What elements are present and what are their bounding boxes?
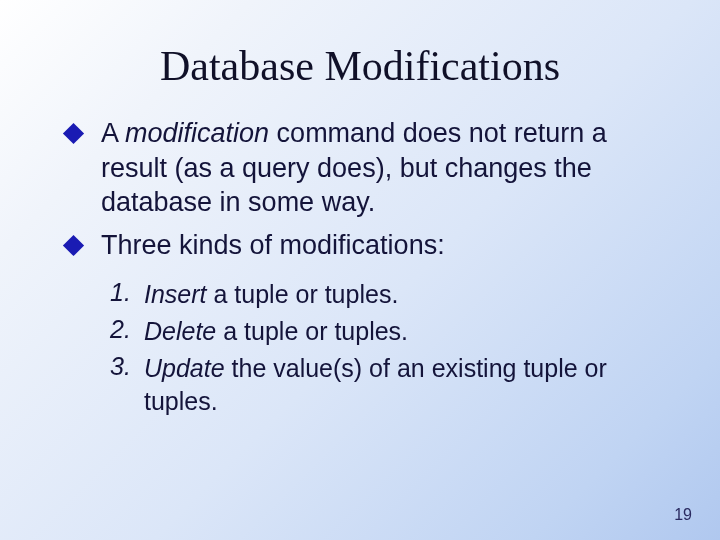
- list-number: 1.: [110, 278, 144, 307]
- list-text: Delete a tuple or tuples.: [144, 315, 408, 348]
- slide-body: A modification command does not return a…: [0, 116, 720, 418]
- list-text: Insert a tuple or tuples.: [144, 278, 398, 311]
- list-item: 2. Delete a tuple or tuples.: [110, 315, 664, 348]
- list-em: Delete: [144, 317, 223, 345]
- numbered-list: 1. Insert a tuple or tuples. 2. Delete a…: [66, 270, 664, 418]
- list-rest: a tuple or tuples.: [213, 280, 398, 308]
- bullet-item: Three kinds of modifications:: [66, 228, 664, 263]
- bullet-text: A modification command does not return a…: [101, 116, 664, 220]
- diamond-bullet-icon: [63, 123, 84, 144]
- list-em: Update: [144, 354, 232, 382]
- bullet-pre: A: [101, 118, 125, 148]
- bullet-em: modification: [125, 118, 277, 148]
- slide-title: Database Modifications: [0, 0, 720, 116]
- diamond-bullet-icon: [63, 235, 84, 256]
- list-item: 1. Insert a tuple or tuples.: [110, 278, 664, 311]
- list-number: 3.: [110, 352, 144, 381]
- list-item: 3. Update the value(s) of an existing tu…: [110, 352, 664, 418]
- list-em: Insert: [144, 280, 213, 308]
- page-number: 19: [674, 506, 692, 524]
- bullet-text: Three kinds of modifications:: [101, 228, 445, 263]
- slide: Database Modifications A modification co…: [0, 0, 720, 540]
- list-number: 2.: [110, 315, 144, 344]
- list-rest: a tuple or tuples.: [223, 317, 408, 345]
- list-text: Update the value(s) of an existing tuple…: [144, 352, 664, 418]
- bullet-item: A modification command does not return a…: [66, 116, 664, 220]
- bullet-post: Three kinds of modifications:: [101, 230, 445, 260]
